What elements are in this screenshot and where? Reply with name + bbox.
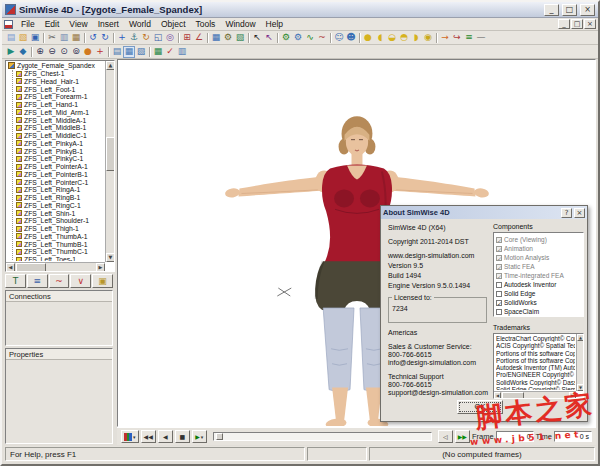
new-file-icon[interactable]: ▤ [5,32,17,44]
tree-item[interactable]: ZFS_Left_Hand-1 [16,101,104,109]
tree-vertical-scrollbar[interactable]: ▲ ▼ [105,61,114,262]
scroll-thumb[interactable] [502,392,524,399]
tab-objects[interactable]: T [5,274,26,288]
dash-icon[interactable]: — [475,32,487,44]
tree-item[interactable]: ZFS_Left_ThumbC-1 [16,248,104,256]
menu-item[interactable]: Window [220,19,260,29]
mass-sphere-icon[interactable]: ● [362,32,374,44]
panels-icon[interactable]: ▥ [176,46,188,58]
mdi-restore-button[interactable]: □ [571,19,583,29]
tab-curves[interactable]: ∨ [70,274,91,288]
trademarks-horizontal-scrollbar[interactable]: ◀ ▶ [494,391,576,398]
component-item[interactable]: Static FEA [496,262,582,271]
component-item[interactable]: Animation [496,244,582,253]
checkbox[interactable] [496,246,502,252]
component-item[interactable]: Autodesk Inventor [496,280,582,289]
scroll-left-icon[interactable]: ◀ [494,392,501,399]
report-icon[interactable]: ≡ [463,32,475,44]
frame-field[interactable]: 0 [496,431,534,442]
tree-item[interactable]: ZFS_Left_ThumbB-1 [16,240,104,248]
tree-item[interactable]: ZFS_Left_PinkyC-1 [16,155,104,163]
menu-item[interactable]: File [16,19,40,29]
component-item[interactable]: Solid Edge [496,289,582,298]
tree-item[interactable]: ZFS_Left_Shin-1 [16,209,104,217]
open-file-icon[interactable]: ▧ [17,32,29,44]
copy-icon[interactable]: ▥ [58,32,70,44]
tree-item[interactable]: ZFS_Left_MiddleA-1 [16,116,104,124]
menu-item[interactable]: View [64,19,92,29]
tree-item[interactable]: ZFS_Left_PointerB-1 [16,171,104,179]
title-bar[interactable]: SimWise 4D - [Zygote_Female_Spandex] _ □… [2,2,598,18]
stop-button[interactable]: ■ [175,430,190,443]
paste-icon[interactable]: ▦ [70,32,82,44]
tree-item[interactable]: ZFS_Left_MiddleC-1 [16,132,104,140]
tree-item[interactable]: ZFS_Left_RingA-1 [16,186,104,194]
tab-bodies[interactable]: ▣ [92,274,113,288]
tree-item[interactable]: ZFS_Head_Hair-1 [16,78,104,86]
tree-item[interactable]: ZFS_Chest-1 [16,70,104,78]
trademarks-vertical-scrollbar[interactable]: ▲ ▼ [576,334,583,391]
gear-blue-icon[interactable]: ⚙ [292,32,304,44]
mass-top-icon[interactable]: ◓ [398,32,410,44]
gear-green-icon[interactable]: ⚙ [280,32,292,44]
loop-button[interactable]: ◁ [438,430,453,443]
mdi-minimize-button[interactable]: _ [558,19,570,29]
tree-item[interactable]: ZFS_Left_RingC-1 [16,202,104,210]
tab-list[interactable]: ≡ [27,274,48,288]
wireframe-view-icon[interactable]: ▤ [111,46,123,58]
go-to-start-button[interactable]: ◀◀ [141,430,156,443]
measure-icon[interactable]: ∠ [193,32,205,44]
sales-email[interactable]: info@design-simulation.com [388,359,489,367]
tree-item[interactable]: ZFS_Left_PointerC-1 [16,178,104,186]
checkbox[interactable] [496,237,502,243]
redo-icon[interactable]: ↻ [99,32,111,44]
add-constraint-icon[interactable]: ⊞ [181,32,193,44]
textured-view-icon[interactable]: ▧ [135,46,147,58]
website-link[interactable]: www.design-simulation.com [388,252,489,260]
scroll-left-icon[interactable]: ◀ [6,263,15,272]
mass-right-icon[interactable]: ◗ [410,32,422,44]
path-arrow-icon[interactable]: ↪ [451,32,463,44]
zoom-extents-icon[interactable]: ⊚ [70,46,82,58]
close-icon[interactable]: × [574,208,585,218]
close-button[interactable]: × [580,4,595,16]
spring-icon[interactable]: ∿ [304,32,316,44]
undo-icon[interactable]: ↺ [87,32,99,44]
scroll-down-icon[interactable]: ▼ [577,384,584,391]
ok-button[interactable]: OK [457,400,503,414]
component-item[interactable]: SolidWorks [496,298,582,307]
time-field[interactable]: 0 s [554,431,592,442]
playback-settings-button[interactable]: ▾ [121,430,139,443]
component-item[interactable]: Core (Viewing) [496,235,582,244]
motor-icon[interactable]: ⚙ [222,32,234,44]
fea-mesh-icon[interactable]: ▦ [152,46,164,58]
menu-item[interactable]: Help [261,19,288,29]
tab-meters[interactable]: ~ [49,274,70,288]
dialog-title-bar[interactable]: About SimWise 4D ? × [381,206,587,219]
tree-item[interactable]: ZFS_Left_ThumbA-1 [16,233,104,241]
menu-item[interactable]: Edit [40,19,65,29]
anchor-icon[interactable]: ⚓ [128,32,140,44]
cut-icon[interactable]: ✂ [46,32,58,44]
tree-item[interactable]: ZFS_Left_Toes-1 [16,256,104,261]
tree-item[interactable]: ZFS_Left_Mid_Arm-1 [16,109,104,117]
zoom-window-2-icon[interactable]: ⊙ [58,46,70,58]
help-icon[interactable]: ? [561,208,572,218]
walk-camera-icon[interactable]: ▶ [5,46,17,58]
checkbox[interactable] [496,264,502,270]
tree-item[interactable]: ZFS_Left_Shoulder-1 [16,217,104,225]
zoom-in-icon[interactable]: ⊕ [34,46,46,58]
translate-icon[interactable]: + [116,32,128,44]
scroll-up-icon[interactable]: ▲ [577,334,584,341]
support-email[interactable]: support@design-simulation.com [388,389,489,397]
component-item[interactable]: SpaceClaim [496,307,582,316]
component-item[interactable]: Motion Analysis [496,253,582,262]
select-arrow-icon[interactable]: ↖ [251,32,263,44]
zoom-out-icon[interactable]: ⊖ [46,46,58,58]
scroll-down-icon[interactable]: ▼ [106,253,115,262]
checkbox[interactable] [496,309,502,315]
checkbox[interactable] [496,291,502,297]
scroll-thumb[interactable] [106,137,115,171]
orbit-camera-icon[interactable]: ◆ [17,46,29,58]
grid-icon[interactable]: ▦ [210,32,222,44]
